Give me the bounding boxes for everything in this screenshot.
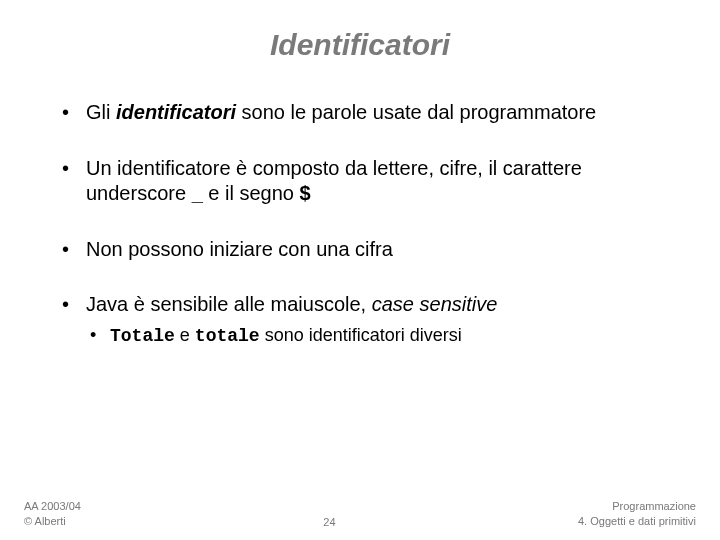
text: e il segno xyxy=(203,182,300,204)
slide-title: Identificatori xyxy=(0,0,720,72)
text: sono identificatori diversi xyxy=(260,325,462,345)
text: Un identificatore è composto da lettere,… xyxy=(86,157,582,205)
bullet-1: Gli identificatori sono le parole usate … xyxy=(56,100,664,126)
footer-chapter: 4. Oggetti e dati primitivi xyxy=(578,514,696,528)
bullet-3: Non possono iniziare con una cifra xyxy=(56,237,664,263)
text: Gli xyxy=(86,101,116,123)
text: sono le parole usate dal programmatore xyxy=(236,101,596,123)
sub-bullet-1: Totale e totale sono identificatori dive… xyxy=(86,324,664,348)
sub-list: Totale e totale sono identificatori dive… xyxy=(86,324,664,348)
footer-left: AA 2003/04 © Alberti xyxy=(24,499,81,528)
underscore-char: _ xyxy=(192,182,203,204)
bullet-4: Java è sensibile alle maiuscole, case se… xyxy=(56,292,664,348)
term-case-sensitive: case sensitive xyxy=(372,293,498,315)
slide-footer: AA 2003/04 © Alberti 24 Programmazione 4… xyxy=(0,499,720,528)
footer-year: AA 2003/04 xyxy=(24,499,81,513)
bullet-list: Gli identificatori sono le parole usate … xyxy=(56,100,664,348)
dollar-char: $ xyxy=(299,182,310,204)
text: e xyxy=(175,325,195,345)
footer-right: Programmazione 4. Oggetti e dati primiti… xyxy=(578,499,696,528)
slide-content: Gli identificatori sono le parole usate … xyxy=(0,72,720,348)
term-identificatori: identificatori xyxy=(116,101,236,123)
footer-page-number: 24 xyxy=(81,516,578,528)
code-totale-lower: totale xyxy=(195,326,260,346)
footer-course: Programmazione xyxy=(578,499,696,513)
bullet-2: Un identificatore è composto da lettere,… xyxy=(56,156,664,207)
code-totale-upper: Totale xyxy=(110,326,175,346)
text: Non possono iniziare con una cifra xyxy=(86,238,393,260)
text: Java è sensibile alle maiuscole, xyxy=(86,293,372,315)
footer-author: © Alberti xyxy=(24,514,81,528)
